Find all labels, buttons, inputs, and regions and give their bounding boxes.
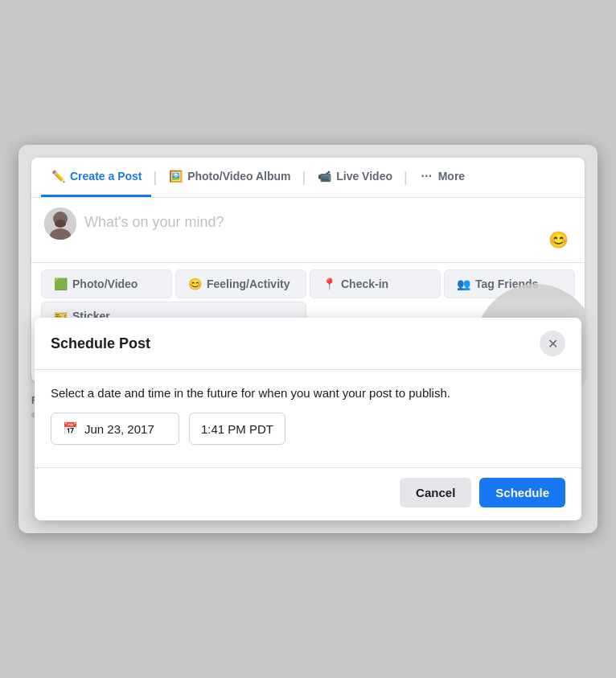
- schedule-dialog: Schedule Post ✕ Select a date and time i…: [35, 318, 581, 520]
- dialog-overlay: Schedule Post ✕ Select a date and time i…: [18, 145, 598, 533]
- main-container: ✏️ Create a Post | 🖼️ Photo/Video Album …: [18, 145, 598, 533]
- date-field[interactable]: 📅 Jun 23, 2017: [51, 413, 179, 445]
- dialog-header: Schedule Post ✕: [35, 318, 581, 370]
- datetime-row: 📅 Jun 23, 2017 1:41 PM PDT: [51, 413, 565, 445]
- dialog-body: Select a date and time in the future for…: [35, 370, 581, 467]
- dialog-title: Schedule Post: [51, 335, 150, 352]
- dialog-close-button[interactable]: ✕: [540, 331, 565, 356]
- dialog-footer: Cancel Schedule: [35, 467, 581, 520]
- cancel-button[interactable]: Cancel: [400, 478, 471, 507]
- dialog-description: Select a date and time in the future for…: [51, 386, 565, 400]
- schedule-submit-button[interactable]: Schedule: [479, 478, 565, 507]
- calendar-icon: 📅: [63, 421, 78, 436]
- time-field[interactable]: 1:41 PM PDT: [189, 413, 285, 445]
